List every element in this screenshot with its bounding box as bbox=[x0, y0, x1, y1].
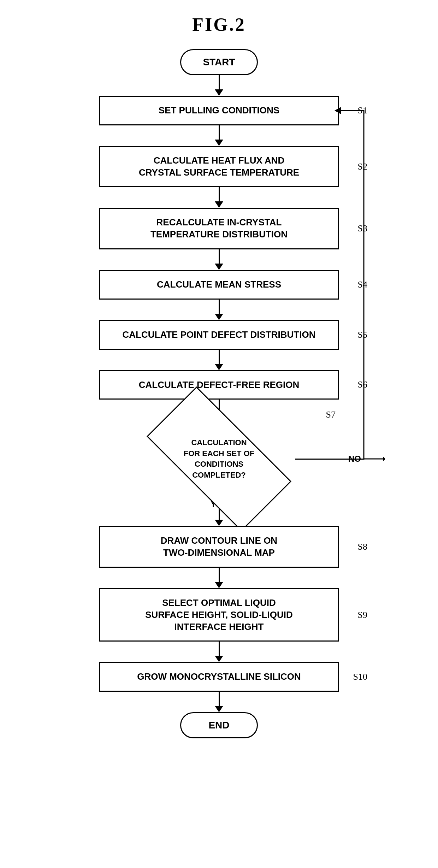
figure-title: FIG.2 bbox=[192, 14, 245, 35]
step-s1-wrapper: SET PULLING CONDITIONS S1 bbox=[99, 96, 339, 125]
step-s7-label: S7 bbox=[326, 409, 336, 420]
arrow-s4-s5 bbox=[60, 300, 378, 320]
no-arrow-right bbox=[364, 455, 385, 462]
step-s8: DRAW CONTOUR LINE ONTWO-DIMENSIONAL MAP bbox=[99, 526, 339, 568]
step-s10: GROW MONOCRYSTALLINE SILICON bbox=[99, 662, 339, 692]
no-label: NO bbox=[348, 454, 361, 464]
step-s4: CALCULATE MEAN STRESS bbox=[99, 270, 339, 300]
step-s10-wrapper: GROW MONOCRYSTALLINE SILICON S10 bbox=[99, 662, 339, 692]
step-s7-wrapper: S7 CALCULATIONFOR EACH SET OF CONDITIONS… bbox=[145, 420, 293, 498]
step-s7-section: S7 CALCULATIONFOR EACH SET OF CONDITIONS… bbox=[60, 420, 378, 526]
arrow-s10-end bbox=[60, 692, 378, 712]
arrow-s8-s9 bbox=[60, 568, 378, 588]
step-s4-label: S4 bbox=[358, 279, 367, 290]
step-s7-diamond: CALCULATIONFOR EACH SET OF CONDITIONSCOM… bbox=[145, 420, 293, 498]
step-s1: SET PULLING CONDITIONS bbox=[99, 96, 339, 125]
step-s3-label: S3 bbox=[358, 223, 367, 234]
step-s6-wrapper: CALCULATE DEFECT-FREE REGION S6 bbox=[99, 370, 339, 400]
step-s4-wrapper: CALCULATE MEAN STRESS S4 bbox=[99, 270, 339, 300]
step-s1-label: S1 bbox=[358, 105, 367, 116]
step-s9-wrapper: SELECT OPTIMAL LIQUIDSURFACE HEIGHT, SOL… bbox=[99, 588, 339, 642]
step-s2-wrapper: CALCULATE HEAT FLUX ANDCRYSTAL SURFACE T… bbox=[99, 146, 339, 188]
start-node: START bbox=[180, 49, 258, 75]
arrow-s1-s2 bbox=[60, 125, 378, 146]
step-s6-label: S6 bbox=[358, 379, 367, 390]
step-s8-wrapper: DRAW CONTOUR LINE ONTWO-DIMENSIONAL MAP … bbox=[99, 526, 339, 568]
step-s10-label: S10 bbox=[353, 672, 367, 682]
step-s7-text: CALCULATIONFOR EACH SET OF CONDITIONSCOM… bbox=[145, 437, 293, 481]
step-s5-label: S5 bbox=[358, 330, 367, 340]
end-label: END bbox=[180, 712, 258, 738]
svg-marker-1 bbox=[383, 457, 385, 461]
arrow-s5-s6 bbox=[60, 350, 378, 370]
step-s2-label: S2 bbox=[358, 161, 367, 172]
step-s2: CALCULATE HEAT FLUX ANDCRYSTAL SURFACE T… bbox=[99, 146, 339, 188]
arrow-s9-s10 bbox=[60, 642, 378, 662]
step-s3-wrapper: RECALCULATE IN-CRYSTALTEMPERATURE DISTRI… bbox=[99, 208, 339, 249]
no-path: NO bbox=[348, 454, 385, 464]
arrow-start-s1 bbox=[60, 75, 378, 96]
end-node: END bbox=[180, 712, 258, 738]
step-s8-label: S8 bbox=[358, 542, 367, 552]
step-s3: RECALCULATE IN-CRYSTALTEMPERATURE DISTRI… bbox=[99, 208, 339, 249]
start-label: START bbox=[180, 49, 258, 75]
step-s6: CALCULATE DEFECT-FREE REGION bbox=[99, 370, 339, 400]
arrow-s2-s3 bbox=[60, 187, 378, 208]
arrow-s3-s4 bbox=[60, 249, 378, 270]
feedback-svg bbox=[392, 473, 438, 477]
step-s9-label: S9 bbox=[358, 610, 367, 620]
flowchart: START SET PULLING CONDITIONS S1 CALCULAT… bbox=[60, 49, 378, 738]
step-s5-wrapper: CALCULATE POINT DEFECT DISTRIBUTION S5 bbox=[99, 320, 339, 350]
step-s9: SELECT OPTIMAL LIQUIDSURFACE HEIGHT, SOL… bbox=[99, 588, 339, 642]
step-s5: CALCULATE POINT DEFECT DISTRIBUTION bbox=[99, 320, 339, 350]
